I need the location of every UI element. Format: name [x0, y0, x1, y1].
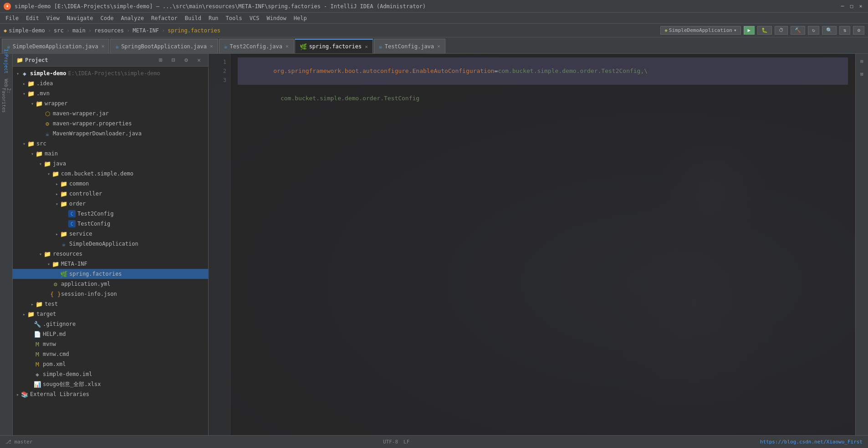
- search-button[interactable]: 🔍: [822, 26, 837, 35]
- status-line-ending[interactable]: LF: [403, 439, 409, 445]
- menu-item-code[interactable]: Code: [97, 14, 117, 22]
- tree-item-resources[interactable]: ▾ 📁 resources: [13, 249, 208, 259]
- tree-label: MavenWrapperDownloader.java: [53, 130, 142, 137]
- tab-close-icon[interactable]: ✕: [286, 43, 289, 49]
- menu-item-refactor[interactable]: Refactor: [148, 14, 181, 22]
- tree-item-root[interactable]: ▾ ◆ simple-demo E:\IDEA-Projects\simple-…: [13, 68, 208, 78]
- folder-icon: 📁: [52, 260, 59, 268]
- status-encoding[interactable]: UTF-8: [383, 439, 398, 445]
- tree-item-target[interactable]: ▸ 📁 target: [13, 309, 208, 319]
- reload-button[interactable]: ↻: [808, 26, 819, 35]
- folder-icon: 📁: [36, 100, 43, 107]
- java-icon: ☕: [44, 130, 51, 137]
- tree-item-common[interactable]: ▸ 📁 common: [13, 179, 208, 189]
- tree-item-main[interactable]: ▾ 📁 main: [13, 149, 208, 159]
- status-vcs[interactable]: ⎇ master: [5, 439, 32, 445]
- web-panel-toggle[interactable]: Web: [1, 77, 12, 88]
- tree-item-iml[interactable]: ◆ simple-demo.iml: [13, 369, 208, 379]
- tab-icon: ☕: [224, 43, 228, 50]
- tab-label: spring.factories: [309, 43, 362, 50]
- menu-item-run[interactable]: Run: [205, 14, 222, 22]
- run-config-selector[interactable]: ◆ SimpleDemoApplication ▾: [660, 26, 740, 35]
- run-button[interactable]: ▶: [744, 26, 755, 35]
- menu-item-analyze[interactable]: Analyze: [117, 14, 148, 22]
- tree-item-order[interactable]: ▾ 📁 order: [13, 199, 208, 209]
- tree-item-mvnw-cmd[interactable]: M mvnw.cmd: [13, 349, 208, 359]
- settings-button[interactable]: ⚙: [853, 26, 864, 35]
- tree-item-session-json[interactable]: { } session-info.json: [13, 289, 208, 299]
- tree-item-idea[interactable]: ▸ 📁 .idea: [13, 78, 208, 88]
- tab-test-config[interactable]: ☕ TestConfig.java ✕: [374, 39, 445, 53]
- close-btn[interactable]: ✕: [857, 3, 864, 10]
- menu-item-file[interactable]: File: [2, 14, 22, 22]
- title-text: simple-demo [E:\IDEA-Projects\simple-dem…: [15, 3, 839, 10]
- close-panel-icon[interactable]: ✕: [194, 55, 204, 66]
- tree-item-maven-dl[interactable]: ☕ MavenWrapperDownloader.java: [13, 129, 208, 139]
- tree-item-pom[interactable]: M pom.xml: [13, 359, 208, 369]
- menu-item-vcs[interactable]: VCS: [246, 14, 263, 22]
- tree-item-maven-props[interactable]: ⚙ maven-wrapper.properties: [13, 118, 208, 129]
- tree-arrow: [27, 341, 34, 347]
- collapse-icon[interactable]: ⊟: [168, 55, 179, 66]
- menu-item-tools[interactable]: Tools: [222, 14, 246, 22]
- tree-item-help-md[interactable]: 📄 HELP.md: [13, 329, 208, 339]
- breadcrumb-project[interactable]: simple-demo: [9, 27, 45, 34]
- right-icon-2[interactable]: ⊠: [857, 68, 868, 79]
- tree-item-mvn[interactable]: ▾ 📁 .mvn: [13, 88, 208, 98]
- tree-item-simple-demo-app[interactable]: ☕ SimpleDemoApplication: [13, 239, 208, 249]
- tree-label: target: [36, 311, 56, 317]
- tree-item-xlsx[interactable]: 📊 sougo创意_全部.xlsx: [13, 379, 208, 389]
- menu-item-build[interactable]: Build: [181, 14, 205, 22]
- menu-item-view[interactable]: View: [43, 14, 63, 22]
- tree-item-test2config[interactable]: C Test2Config: [13, 209, 208, 219]
- tree-item-mvnw[interactable]: M mvnw: [13, 339, 208, 349]
- vcs-button[interactable]: ⇅: [839, 26, 851, 35]
- menu-item-edit[interactable]: Edit: [22, 14, 43, 22]
- breadcrumb-src[interactable]: src: [54, 27, 64, 34]
- tree-item-maven-jar[interactable]: ⬡ maven-wrapper.jar: [13, 108, 208, 118]
- breadcrumb-main[interactable]: main: [72, 27, 86, 34]
- tab-simple-demo-app[interactable]: ☕ SimpleDemoApplication.java ✕: [2, 39, 109, 53]
- tree-arrow: [62, 221, 68, 227]
- tab-spring-factories[interactable]: 🌿 spring.factories ✕: [295, 39, 373, 53]
- favorites-toggle[interactable]: 2: Favorites: [1, 95, 12, 106]
- minimize-btn[interactable]: ─: [839, 3, 846, 10]
- breadcrumb-meta-inf[interactable]: META-INF: [133, 27, 159, 34]
- breadcrumb-resources[interactable]: resources: [94, 27, 124, 34]
- tab-close-icon[interactable]: ✕: [437, 43, 440, 49]
- menu-item-window[interactable]: Window: [263, 14, 290, 22]
- tab-spring-boot-app[interactable]: ☕ SpringBootApplication.java ✕: [110, 39, 218, 53]
- tree-item-gitignore[interactable]: 🔧 .gitignore: [13, 319, 208, 329]
- tab-test2config[interactable]: ☕ Test2Config.java ✕: [219, 39, 294, 53]
- right-icon-1[interactable]: ⊞: [857, 56, 868, 67]
- sync-icon[interactable]: ⊞: [155, 55, 166, 66]
- tree-item-src[interactable]: ▾ 📁 src: [13, 139, 208, 149]
- code-content[interactable]: org.springframework.boot.autoconfigure.E…: [230, 54, 855, 435]
- tab-close-icon[interactable]: ✕: [102, 43, 105, 49]
- tree-item-external-libs[interactable]: ▸ 📚 External Libraries: [13, 389, 208, 399]
- settings-icon[interactable]: ⚙: [181, 55, 192, 66]
- tree-item-meta-inf[interactable]: ▾ 📁 META-INF: [13, 259, 208, 269]
- tree-item-test[interactable]: ▸ 📁 test: [13, 299, 208, 309]
- tab-close-icon[interactable]: ✕: [365, 44, 368, 50]
- tree-item-wrapper[interactable]: ▾ 📁 wrapper: [13, 98, 208, 108]
- code-editor[interactable]: 1 2 3 org.springframework.boot.autoconfi…: [209, 54, 855, 435]
- coverage-button[interactable]: ⏱: [775, 26, 788, 35]
- tree-item-java[interactable]: ▾ 📁 java: [13, 159, 208, 169]
- maximize-btn[interactable]: □: [848, 3, 855, 10]
- tree-item-service[interactable]: ▸ 📁 service: [13, 229, 208, 239]
- tree-item-controller[interactable]: ▸ 📁 controller: [13, 189, 208, 199]
- menu-item-help[interactable]: Help: [290, 14, 311, 22]
- breadcrumb-spring-factories[interactable]: spring.factories: [168, 27, 220, 34]
- tree-label: META-INF: [61, 261, 87, 267]
- project-tree: ▾ ◆ simple-demo E:\IDEA-Projects\simple-…: [13, 67, 208, 435]
- tree-item-com-bucket[interactable]: ▾ 📁 com.bucket.simple.demo: [13, 169, 208, 179]
- tree-item-spring-factories[interactable]: 🌿 spring.factories: [13, 269, 208, 279]
- tree-item-app-yml[interactable]: ⚙ application.yml: [13, 279, 208, 289]
- build-button[interactable]: 🔨: [791, 26, 805, 35]
- tree-item-testconfig[interactable]: C TestConfig: [13, 219, 208, 229]
- menu-item-navigate[interactable]: Navigate: [63, 14, 97, 22]
- debug-button[interactable]: 🐛: [757, 26, 772, 35]
- tab-close-icon[interactable]: ✕: [210, 43, 213, 49]
- project-panel-toggle[interactable]: 1:Project: [1, 56, 12, 67]
